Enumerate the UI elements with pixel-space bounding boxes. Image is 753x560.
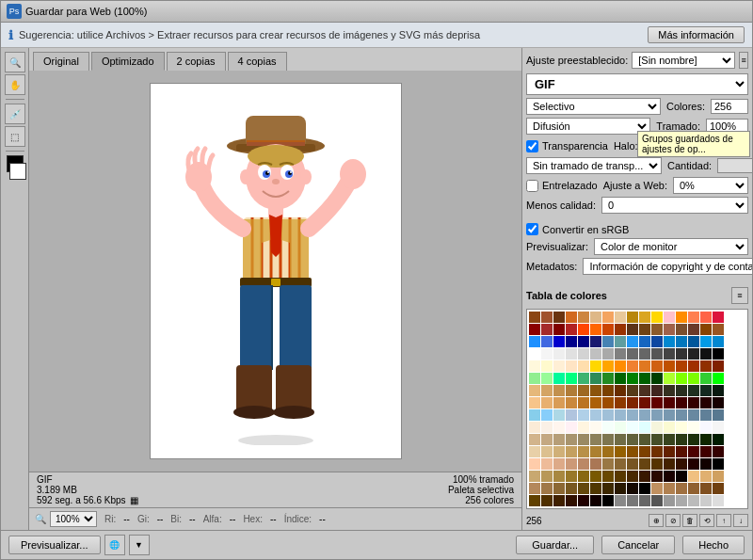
color-cell[interactable] — [664, 385, 675, 396]
color-cell[interactable] — [578, 483, 589, 494]
color-cell[interactable] — [541, 324, 553, 335]
color-cell[interactable] — [651, 471, 663, 482]
color-cell[interactable] — [627, 336, 638, 347]
color-cell[interactable] — [566, 336, 577, 347]
color-cell[interactable] — [590, 324, 601, 335]
color-cell[interactable] — [627, 373, 638, 384]
color-cell[interactable] — [639, 373, 650, 384]
color-cell[interactable] — [541, 409, 553, 421]
color-cell[interactable] — [566, 422, 577, 433]
color-cell[interactable] — [529, 446, 540, 457]
color-cell[interactable] — [639, 409, 650, 421]
color-cell[interactable] — [529, 360, 540, 372]
color-cell[interactable] — [578, 373, 589, 384]
color-cell[interactable] — [529, 397, 540, 408]
color-cell[interactable] — [713, 409, 724, 421]
color-cell[interactable] — [541, 446, 553, 457]
color-cell[interactable] — [627, 446, 638, 457]
color-cell[interactable] — [676, 458, 687, 470]
color-cell[interactable] — [615, 336, 626, 347]
color-cell[interactable] — [553, 483, 565, 494]
format-select[interactable]: GIF PNG-8 PNG-24 JPEG — [526, 73, 748, 95]
color-cell[interactable] — [676, 446, 687, 457]
color-cell[interactable] — [578, 458, 589, 470]
color-cell[interactable] — [615, 385, 626, 396]
color-cell[interactable] — [615, 324, 626, 335]
color-cell[interactable] — [627, 360, 638, 372]
color-cell[interactable] — [713, 312, 724, 323]
cancel-button[interactable]: Cancelar — [601, 536, 675, 554]
color-cell[interactable] — [615, 483, 626, 494]
color-cell[interactable] — [578, 495, 589, 506]
color-cell[interactable] — [553, 324, 565, 335]
color-cell[interactable] — [615, 446, 626, 457]
color-cell[interactable] — [639, 385, 650, 396]
color-cell[interactable] — [553, 434, 565, 445]
color-cell[interactable] — [602, 446, 614, 457]
color-cell[interactable] — [602, 385, 614, 396]
color-cell[interactable] — [590, 397, 601, 408]
color-cell[interactable] — [664, 458, 675, 470]
ct-btn-1[interactable]: ⊕ — [649, 514, 664, 527]
color-cell[interactable] — [700, 385, 712, 396]
color-cell[interactable] — [651, 409, 663, 421]
color-cell[interactable] — [553, 471, 565, 482]
settings-icon[interactable]: ▼ — [129, 535, 150, 555]
color-cell[interactable] — [602, 458, 614, 470]
color-cell[interactable] — [700, 397, 712, 408]
color-cell[interactable] — [566, 397, 577, 408]
color-cell[interactable] — [566, 373, 577, 384]
color-cell[interactable] — [664, 434, 675, 445]
color-cell[interactable] — [676, 348, 687, 360]
color-cell[interactable] — [529, 385, 540, 396]
color-cell[interactable] — [700, 495, 712, 506]
color-cell[interactable] — [664, 495, 675, 506]
color-cell[interactable] — [639, 348, 650, 360]
color-cell[interactable] — [664, 397, 675, 408]
color-cell[interactable] — [529, 422, 540, 433]
color-cell[interactable] — [688, 446, 699, 457]
color-cell[interactable] — [700, 324, 712, 335]
slice-tool[interactable]: ⬚ — [5, 126, 25, 147]
hand-tool[interactable]: ✋ — [5, 74, 25, 95]
color-cell[interactable] — [688, 434, 699, 445]
color-cell[interactable] — [639, 324, 650, 335]
color-cell[interactable] — [676, 312, 687, 323]
color-cell[interactable] — [627, 348, 638, 360]
color-cell[interactable] — [541, 458, 553, 470]
color-reduction-select[interactable]: Selectivo Adaptable Perceptivo — [526, 98, 661, 115]
color-cell[interactable] — [627, 409, 638, 421]
color-cell[interactable] — [627, 471, 638, 482]
color-cell[interactable] — [627, 324, 638, 335]
browser-icon[interactable]: 🌐 — [104, 535, 125, 555]
color-cell[interactable] — [639, 446, 650, 457]
color-cell[interactable] — [688, 360, 699, 372]
ct-btn-6[interactable]: ↓ — [733, 514, 748, 527]
color-cell[interactable] — [566, 409, 577, 421]
presets-menu-btn[interactable]: ≡ — [739, 52, 748, 69]
ct-btn-3[interactable]: 🗑 — [682, 514, 697, 527]
color-cell[interactable] — [651, 336, 663, 347]
color-cell[interactable] — [615, 397, 626, 408]
color-cell[interactable] — [639, 434, 650, 445]
interlace-checkbox[interactable] — [526, 180, 538, 192]
color-cell[interactable] — [566, 312, 577, 323]
color-cell[interactable] — [676, 409, 687, 421]
color-cell[interactable] — [688, 471, 699, 482]
color-cell[interactable] — [651, 397, 663, 408]
color-cell[interactable] — [590, 495, 601, 506]
color-cell[interactable] — [700, 483, 712, 494]
color-cell[interactable] — [664, 373, 675, 384]
color-cell[interactable] — [676, 471, 687, 482]
color-cell[interactable] — [664, 483, 675, 494]
color-cell[interactable] — [590, 336, 601, 347]
color-cell[interactable] — [553, 446, 565, 457]
color-cell[interactable] — [578, 312, 589, 323]
color-cell[interactable] — [529, 409, 540, 421]
color-cell[interactable] — [664, 360, 675, 372]
color-cell[interactable] — [566, 348, 577, 360]
color-cell[interactable] — [541, 348, 553, 360]
color-cell[interactable] — [529, 458, 540, 470]
color-cell[interactable] — [639, 336, 650, 347]
color-cell[interactable] — [676, 360, 687, 372]
